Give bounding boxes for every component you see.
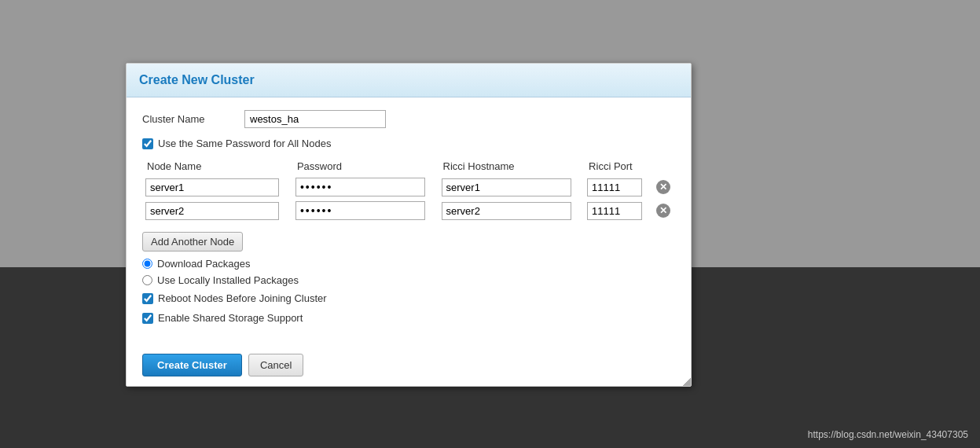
dialog-header: Create New Cluster (127, 64, 691, 97)
same-password-label: Use the Same Password for All Nodes (158, 138, 331, 149)
url-bar: https://blog.csdn.net/weixin_43407305 (808, 429, 968, 440)
node-password-input[interactable] (295, 178, 425, 196)
node-password-input[interactable] (295, 201, 425, 220)
download-packages-label: Download Packages (157, 258, 251, 270)
shared-storage-row: Enable Shared Storage Support (142, 312, 675, 324)
cancel-button[interactable]: Cancel (248, 354, 303, 376)
table-row: ✕ (142, 199, 675, 222)
node-hostname-input[interactable] (442, 178, 571, 196)
cluster-name-input[interactable] (244, 110, 386, 128)
local-packages-row: Use Locally Installed Packages (142, 274, 675, 286)
cluster-name-label: Cluster Name (142, 113, 244, 125)
col-ricci-port: Ricci Port (584, 157, 650, 175)
dialog-footer: Create Cluster Cancel (127, 344, 691, 386)
node-name-input[interactable] (145, 202, 279, 220)
reboot-nodes-label: Reboot Nodes Before Joining Cluster (158, 292, 327, 304)
resize-handle[interactable] (683, 378, 691, 386)
local-packages-radio[interactable] (142, 275, 152, 285)
node-port-cell (584, 199, 650, 222)
col-node-name: Node Name (142, 157, 292, 175)
node-name-input[interactable] (145, 178, 279, 196)
reboot-nodes-checkbox[interactable] (142, 293, 153, 304)
local-packages-label: Use Locally Installed Packages (157, 274, 299, 286)
download-packages-row: Download Packages (142, 258, 675, 270)
package-options-section: Download Packages Use Locally Installed … (142, 258, 675, 286)
node-port-input[interactable] (587, 202, 642, 220)
dialog-title: Create New Cluster (139, 73, 255, 86)
same-password-checkbox[interactable] (142, 138, 153, 149)
nodes-tbody: ✕ ✕ (142, 175, 675, 222)
shared-storage-label: Enable Shared Storage Support (158, 312, 303, 324)
shared-storage-checkbox[interactable] (142, 313, 153, 324)
table-row: ✕ (142, 175, 675, 199)
dialog-body: Cluster Name Use the Same Password for A… (127, 97, 691, 344)
reboot-nodes-row: Reboot Nodes Before Joining Cluster (142, 292, 675, 304)
cluster-name-row: Cluster Name (142, 110, 675, 128)
create-cluster-button[interactable]: Create Cluster (142, 354, 242, 376)
remove-node-button[interactable]: ✕ (656, 180, 670, 194)
page-background: https://blog.csdn.net/weixin_43407305 Cr… (0, 0, 980, 448)
remove-node-button[interactable]: ✕ (656, 204, 670, 218)
col-password: Password (292, 157, 439, 175)
col-remove (650, 157, 675, 175)
node-remove-cell: ✕ (650, 175, 675, 199)
node-port-input[interactable] (587, 178, 642, 196)
node-hostname-cell (439, 199, 585, 222)
nodes-table-header: Node Name Password Ricci Hostname Ricci … (142, 157, 675, 175)
node-hostname-cell (439, 175, 585, 199)
node-hostname-input[interactable] (442, 202, 571, 220)
node-name-cell (142, 199, 292, 222)
url-text: https://blog.csdn.net/weixin_43407305 (808, 429, 968, 440)
create-cluster-dialog: Create New Cluster Cluster Name Use the … (126, 63, 692, 387)
col-ricci-hostname: Ricci Hostname (439, 157, 585, 175)
same-password-row: Use the Same Password for All Nodes (142, 138, 675, 149)
node-password-cell (292, 175, 439, 199)
node-name-cell (142, 175, 292, 199)
download-packages-radio[interactable] (142, 259, 152, 269)
node-remove-cell: ✕ (650, 199, 675, 222)
node-port-cell (584, 175, 650, 199)
node-password-cell (292, 199, 439, 222)
add-another-node-button[interactable]: Add Another Node (142, 232, 243, 252)
nodes-table: Node Name Password Ricci Hostname Ricci … (142, 157, 675, 222)
